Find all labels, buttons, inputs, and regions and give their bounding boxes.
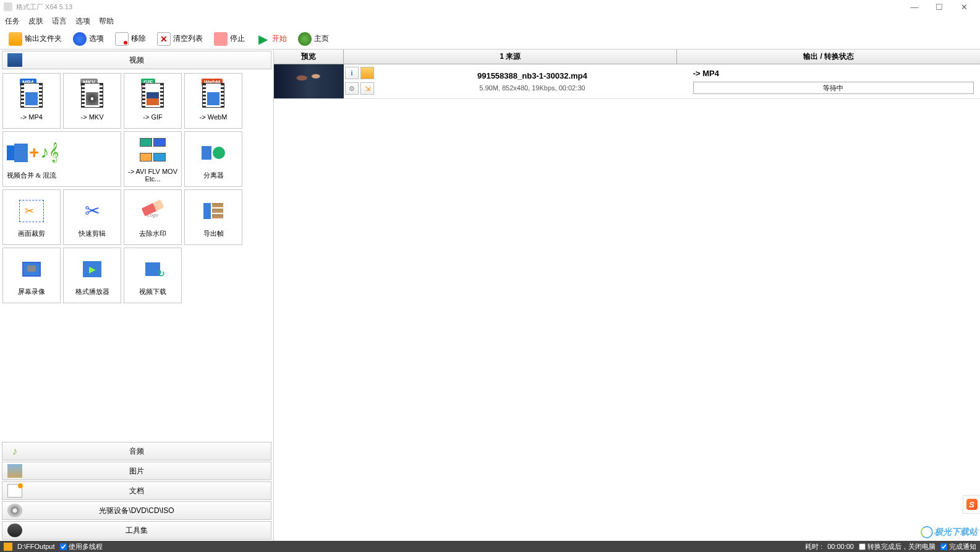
folder-icon	[9, 32, 22, 46]
menu-help[interactable]: 帮助	[99, 16, 114, 27]
output-folder-status-icon[interactable]	[4, 543, 12, 551]
category-document[interactable]: 文档	[2, 481, 271, 500]
category-disc[interactable]: 光驱设备\DVD\CD\ISO	[2, 501, 271, 520]
sogou-ime-icon[interactable]: S	[963, 495, 980, 514]
elapsed-label: 耗时 :	[805, 542, 822, 551]
category-audio[interactable]: ♪ 音频	[2, 442, 271, 460]
eraser-icon: Logo	[137, 197, 168, 225]
tile-quick-cut[interactable]: ✂ 快速剪辑	[63, 189, 121, 245]
task-info-button[interactable]: i	[345, 67, 359, 79]
minimize-button[interactable]: —	[902, 0, 927, 14]
remove-icon	[115, 32, 129, 46]
clear-list-button[interactable]: ✕ 清空列表	[153, 31, 207, 47]
tile-to-avi-etc[interactable]: -> AVI FLV MOV Etc...	[124, 131, 182, 187]
header-status[interactable]: 输出 / 转换状态	[677, 50, 980, 64]
header-source[interactable]: 1 来源	[344, 50, 677, 64]
output-path[interactable]: D:\FFOutput	[17, 543, 55, 550]
elapsed-time: 00:00:00	[827, 543, 854, 550]
splitter-icon	[198, 139, 229, 167]
download-icon	[137, 255, 168, 283]
multi-format-icon	[138, 136, 167, 164]
task-thumbnail	[274, 64, 344, 98]
task-open-folder-button[interactable]	[360, 67, 374, 79]
screen-record-icon	[16, 255, 47, 283]
menu-bar: 任务 皮肤 语言 选项 帮助	[0, 14, 980, 28]
image-icon	[7, 464, 22, 478]
tile-video-download[interactable]: 视频下载	[124, 248, 182, 303]
close-button[interactable]: ✕	[952, 0, 976, 14]
player-icon: ▶	[77, 255, 108, 283]
options-button[interactable]: 选项	[69, 31, 108, 47]
menu-skin[interactable]: 皮肤	[28, 16, 43, 27]
options-icon	[73, 32, 87, 46]
notify-checkbox[interactable]: 完成通知	[940, 542, 976, 551]
tile-to-mkv[interactable]: MKV -> MKV	[63, 73, 121, 129]
task-status-column: -> MP4 等待中	[687, 64, 980, 98]
tile-merge-mux[interactable]: +♪𝄞 视频合并 & 混流	[2, 131, 121, 187]
tile-screen-record[interactable]: 屏幕录像	[2, 248, 61, 303]
home-button[interactable]: 主页	[294, 31, 333, 47]
play-icon: ▶	[256, 32, 270, 46]
menu-options[interactable]: 选项	[75, 16, 90, 27]
stop-icon	[214, 32, 228, 46]
tile-to-gif[interactable]: GIF -> GIF	[124, 73, 182, 129]
audio-icon: ♪	[7, 444, 22, 458]
disc-icon	[7, 504, 22, 517]
merge-icon: +♪𝄞	[7, 139, 59, 167]
maximize-button[interactable]: ☐	[927, 0, 952, 14]
crop-icon	[16, 197, 47, 225]
shutdown-checkbox[interactable]: 转换完成后，关闭电脑	[859, 542, 935, 551]
video-tiles: MP4 -> MP4 MKV -> MKV GIF -> GIF WebM ->…	[0, 71, 273, 441]
frames-icon	[198, 197, 229, 225]
scissors-icon: ✂	[77, 197, 108, 225]
task-list-panel: 预览 1 来源 输出 / 转换状态 i ⚙ ⇲ 991558388_nb3-1-…	[274, 50, 980, 541]
tile-crop[interactable]: 画面裁剪	[2, 189, 61, 245]
left-panel: 视频 MP4 -> MP4 MKV -> MKV GIF -> GIF WebM…	[0, 50, 274, 541]
tile-export-frame[interactable]: 导出帧	[184, 189, 242, 245]
task-filename: 991558388_nb3-1-30032.mp4	[477, 71, 587, 80]
tools-icon	[7, 524, 22, 537]
category-image[interactable]: 图片	[2, 462, 271, 480]
title-bar: 格式工厂 X64 5.13 — ☐ ✕	[0, 0, 980, 14]
site-watermark: 极光下载站	[921, 526, 978, 538]
menu-task[interactable]: 任务	[5, 16, 20, 27]
task-fileinfo: 5.90M, 852x480, 19Kbps, 00:02:30	[479, 84, 585, 92]
document-icon	[7, 484, 22, 498]
category-video[interactable]: 视频	[2, 51, 271, 69]
task-settings-button[interactable]: ⚙	[345, 82, 359, 95]
output-folder-button[interactable]: 输出文件夹	[5, 31, 66, 47]
video-icon	[7, 53, 22, 67]
task-mini-buttons: i ⚙ ⇲	[344, 64, 378, 98]
window-title: 格式工厂 X64 5.13	[16, 2, 72, 12]
header-preview[interactable]: 预览	[274, 50, 344, 64]
task-row[interactable]: i ⚙ ⇲ 991558388_nb3-1-30032.mp4 5.90M, 8…	[274, 64, 980, 99]
globe-icon	[298, 32, 312, 46]
toolbar: 输出文件夹 选项 移除 ✕ 清空列表 停止 ▶ 开始 主页	[0, 28, 980, 50]
tile-splitter[interactable]: 分离器	[184, 131, 242, 187]
task-progress-bar: 等待中	[693, 82, 974, 94]
task-range-button[interactable]: ⇲	[360, 82, 374, 95]
status-bar: D:\FFOutput 使用多线程 耗时 : 00:00:00 转换完成后，关闭…	[0, 541, 980, 552]
app-icon	[4, 2, 12, 11]
task-output-format: -> MP4	[693, 69, 974, 78]
task-source-column: 991558388_nb3-1-30032.mp4 5.90M, 852x480…	[378, 64, 687, 98]
stop-button[interactable]: 停止	[210, 31, 249, 47]
tile-to-mp4[interactable]: MP4 -> MP4	[2, 73, 61, 129]
tile-remove-watermark[interactable]: Logo 去除水印	[124, 189, 182, 245]
tile-to-webm[interactable]: WebM -> WebM	[184, 73, 242, 129]
clear-icon: ✕	[157, 32, 171, 46]
watermark-icon	[921, 526, 933, 538]
category-tools[interactable]: 工具集	[2, 521, 271, 540]
tile-player[interactable]: ▶ 格式播放器	[63, 248, 121, 303]
multithread-checkbox[interactable]: 使用多线程	[60, 542, 103, 551]
start-button[interactable]: ▶ 开始	[252, 31, 291, 47]
task-grid-header: 预览 1 来源 输出 / 转换状态	[274, 50, 980, 64]
remove-button[interactable]: 移除	[111, 31, 150, 47]
menu-language[interactable]: 语言	[52, 16, 67, 27]
